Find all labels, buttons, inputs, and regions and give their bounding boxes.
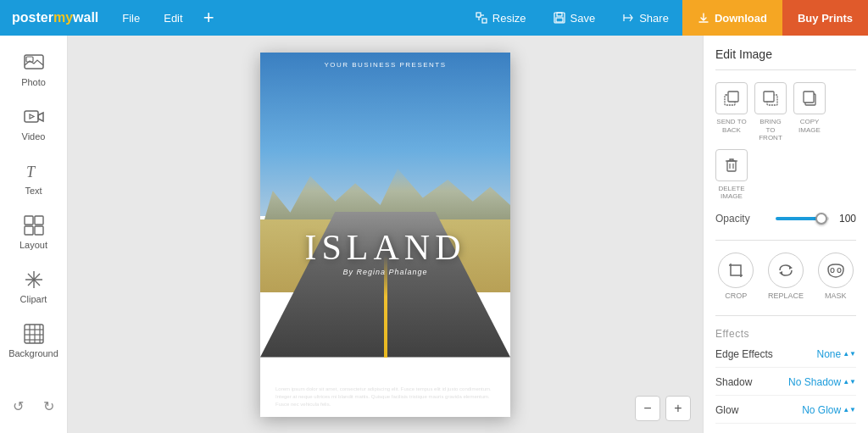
svg-rect-16 (25, 226, 33, 235)
replace-icon (768, 253, 804, 288)
panel-divider-3 (715, 315, 856, 316)
nav-file[interactable]: File (110, 0, 152, 36)
replace-label: REPLACE (768, 291, 804, 300)
sidebar-item-clipart[interactable]: Clipart (3, 261, 64, 312)
svg-marker-12 (30, 114, 34, 119)
share-label: Share (639, 12, 669, 25)
top-navigation: poster my wall File Edit + Resize Save S… (0, 0, 868, 36)
svg-text:T: T (26, 164, 36, 180)
opacity-thumb (815, 213, 827, 225)
crop-label: CROP (725, 291, 747, 300)
layout-icon (23, 214, 45, 236)
save-button[interactable]: Save (540, 0, 609, 36)
shadow-row: Shadow No Shadow ▲▼ (715, 376, 856, 396)
glow-label: Glow (715, 404, 802, 416)
zoom-out-button[interactable]: − (635, 396, 660, 421)
photo-label: Photo (21, 77, 46, 87)
svg-point-36 (831, 268, 834, 272)
mask-label: MASK (825, 291, 847, 300)
shadow-value[interactable]: No Shadow ▲▼ (788, 376, 856, 388)
svg-rect-10 (25, 111, 38, 122)
svg-marker-34 (789, 266, 793, 269)
replace-action[interactable]: REPLACE (768, 253, 804, 300)
sidebar-item-background[interactable]: Background (3, 315, 64, 366)
download-icon (698, 12, 709, 24)
poster-subtitle: By Regina Phalange (260, 268, 510, 276)
panel-divider-1 (715, 69, 856, 70)
crop-icon (718, 253, 754, 288)
svg-rect-18 (25, 325, 43, 343)
brand-logo[interactable]: poster my wall (0, 10, 110, 25)
edge-effects-value[interactable]: None ▲▼ (816, 348, 856, 360)
right-panel: Edit Image SEND TOBACK (703, 36, 868, 433)
buy-prints-button[interactable]: Buy Prints (782, 0, 868, 36)
download-button[interactable]: Download (682, 0, 782, 36)
brand-poster: poster (12, 10, 53, 25)
copy-image-icon (793, 82, 826, 114)
shadow-arrow: ▲▼ (843, 378, 856, 386)
bring-to-front-icon (754, 82, 787, 114)
layout-label: Layout (19, 240, 47, 250)
main-area: Photo Video T Text Layout (0, 36, 868, 433)
svg-rect-5 (557, 13, 562, 16)
sidebar-item-text[interactable]: T Text (3, 153, 64, 203)
poster-canvas[interactable]: YOUR BUSINESS PRESENTS ISLAND By Regina … (260, 53, 510, 417)
sidebar-item-photo[interactable]: Photo (3, 44, 64, 95)
svg-rect-0 (476, 13, 481, 17)
send-to-back-action[interactable]: SEND TOBACK (715, 82, 748, 142)
opacity-value: 100 (836, 213, 856, 225)
svg-rect-30 (804, 92, 814, 103)
resize-icon (476, 12, 487, 24)
clipart-icon (23, 269, 45, 291)
svg-rect-15 (35, 216, 43, 225)
bring-to-front-label: BRINGTOFRONT (759, 118, 782, 142)
glow-row: Glow No Glow ▲▼ (715, 404, 856, 424)
mask-action[interactable]: MASK (818, 253, 854, 300)
redo-button[interactable]: ↻ (37, 394, 61, 418)
panel-divider-2 (715, 240, 856, 241)
background-label: Background (8, 348, 58, 358)
shadow-label: Shadow (715, 376, 788, 388)
nav-add-button[interactable]: + (195, 0, 223, 36)
svg-rect-31 (727, 161, 736, 171)
copy-image-label: COPYIMAGE (798, 118, 821, 134)
clipart-label: Clipart (20, 294, 47, 304)
poster-body-text: Lorem ipsum dolor sit amet, consectetur … (275, 386, 495, 408)
zoom-in-button[interactable]: + (665, 396, 691, 421)
poster-top-text: YOUR BUSINESS PRESENTS (260, 61, 510, 69)
delete-image-action[interactable]: DELETEIMAGE (715, 149, 748, 201)
nav-edit[interactable]: Edit (152, 0, 194, 36)
panel-title: Edit Image (715, 47, 856, 61)
save-label: Save (570, 12, 596, 25)
undo-redo-area: ↺ ↻ (7, 387, 61, 425)
opacity-row: Opacity 100 (715, 213, 856, 225)
sidebar-item-layout[interactable]: Layout (3, 207, 64, 258)
poster-title: ISLAND (260, 227, 510, 268)
text-icon: T (23, 160, 45, 182)
delete-image-icon (715, 149, 748, 181)
bring-to-front-action[interactable]: BRINGTOFRONT (754, 82, 787, 142)
undo-button[interactable]: ↺ (7, 394, 31, 418)
delete-image-label: DELETEIMAGE (718, 185, 744, 201)
resize-label: Resize (492, 12, 526, 25)
opacity-slider[interactable] (776, 217, 829, 220)
sidebar-item-video[interactable]: Video (3, 98, 64, 149)
crop-action[interactable]: CROP (718, 253, 754, 300)
glow-value[interactable]: No Glow ▲▼ (802, 404, 856, 416)
share-button[interactable]: Share (609, 0, 682, 36)
resize-button[interactable]: Resize (462, 0, 540, 36)
photo-icon (23, 52, 45, 74)
svg-rect-17 (35, 226, 43, 235)
buy-prints-label: Buy Prints (798, 12, 853, 25)
video-label: Video (22, 131, 46, 142)
copy-image-action[interactable]: COPYIMAGE (793, 82, 826, 142)
opacity-label: Opacity (715, 213, 769, 225)
glow-arrow: ▲▼ (843, 406, 856, 414)
canvas-area[interactable]: YOUR BUSINESS PRESENTS ISLAND By Regina … (68, 36, 703, 433)
svg-rect-14 (25, 216, 33, 225)
zoom-controls: − + (635, 396, 691, 421)
svg-rect-1 (482, 19, 487, 23)
svg-marker-35 (779, 271, 782, 275)
effects-section-title: Effects (715, 328, 856, 340)
download-label: Download (715, 12, 767, 25)
